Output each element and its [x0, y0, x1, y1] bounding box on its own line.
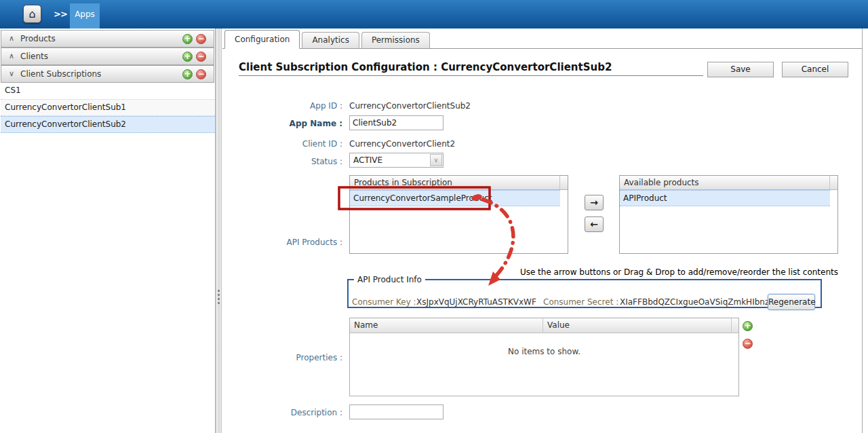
sidebar-section-label: Clients — [20, 48, 48, 64]
consumer-secret-label: Consumer Secret : — [543, 297, 618, 307]
properties-label: Properties : — [222, 353, 342, 362]
remove-product-button[interactable]: − — [196, 34, 206, 44]
remove-client-button[interactable]: − — [196, 52, 206, 62]
breadcrumb-separator-icon: >> — [54, 9, 67, 19]
regenerate-button[interactable]: Regenerate — [768, 294, 815, 310]
client-id-value: CurrencyConvertorClient2 — [349, 139, 455, 149]
top-navigation-bar: ⌂ >> Apps — [0, 0, 868, 29]
chevron-up-icon: ∧ — [7, 31, 16, 47]
sidebar-section-clients[interactable]: ∧ Clients + − — [1, 48, 214, 65]
description-field[interactable] — [349, 404, 443, 419]
main-panel: Configuration Analytics Permissions Clie… — [222, 29, 863, 433]
listbox-scroll-column — [829, 176, 830, 190]
chevron-down-icon: ∨ — [7, 66, 16, 82]
status-label: Status : — [222, 157, 342, 166]
move-left-button[interactable]: ← — [585, 216, 604, 232]
sidebar-section-label: Products — [20, 31, 56, 47]
properties-table-header: Name Value — [350, 318, 738, 333]
add-client-subscription-button[interactable]: + — [182, 69, 193, 79]
dropdown-arrow-icon[interactable]: ∨ — [430, 154, 442, 166]
app-name-label: App Name : — [222, 119, 342, 128]
app-id-label: App ID : — [222, 101, 342, 111]
list-item-selected[interactable]: CurrencyConvertorClientSub2 — [1, 116, 215, 133]
properties-table: Name Value No items to show. — [349, 318, 739, 396]
panel-splitter[interactable] — [216, 29, 222, 433]
title-divider — [239, 75, 703, 76]
listbox-header: Products in Subscription — [350, 176, 568, 190]
sidebar-section-products[interactable]: ∧ Products + − — [1, 30, 214, 48]
move-right-button[interactable]: → — [585, 195, 604, 210]
listbox-scroll-column — [559, 176, 560, 190]
consumer-key-value: XsJpxVqUjXCRyRTuASTKVxWF — [416, 297, 536, 307]
sidebar-section-label: Client Subscriptions — [20, 66, 101, 82]
list-item-selected[interactable]: CurrencyConvertorSampleProduct — [350, 190, 560, 206]
available-products-listbox: Available products APIProduct — [619, 175, 838, 254]
client-id-label: Client ID : — [222, 139, 342, 149]
app-name-field[interactable] — [349, 115, 443, 130]
list-item[interactable]: CurrencyConvertorClientSub1 — [1, 99, 215, 116]
status-dropdown-value: ACTIVE — [353, 155, 382, 165]
sidebar-section-client-subscriptions[interactable]: ∨ Client Subscriptions + − — [1, 65, 214, 83]
topbar-tab-apps[interactable]: Apps — [70, 3, 100, 29]
add-client-button[interactable]: + — [182, 52, 193, 62]
api-product-info-fieldset: API Product Info Consumer Key : XsJpxVqU… — [347, 275, 822, 308]
list-item[interactable]: CS1 — [1, 83, 215, 100]
save-button[interactable]: Save — [707, 62, 774, 77]
empty-table-message: No items to show. — [350, 347, 738, 356]
remove-property-button[interactable]: − — [743, 339, 753, 349]
cancel-button[interactable]: Cancel — [782, 62, 848, 77]
remove-client-subscription-button[interactable]: − — [196, 69, 206, 79]
column-header-value[interactable]: Value — [543, 318, 732, 333]
tab-analytics[interactable]: Analytics — [302, 32, 359, 48]
list-item-selected[interactable]: APIProduct — [620, 190, 830, 206]
home-button[interactable]: ⌂ — [23, 5, 41, 23]
listbox-header: Available products — [620, 176, 837, 190]
status-dropdown[interactable]: ACTIVE ∨ — [349, 153, 443, 168]
api-product-info-legend: API Product Info — [354, 275, 425, 284]
splitter-grip-icon — [218, 290, 220, 306]
page-title: Client Subscription Configuration : Curr… — [239, 61, 612, 73]
description-label: Description : — [222, 408, 342, 417]
tab-configuration[interactable]: Configuration — [224, 30, 300, 49]
api-products-label: API Products : — [222, 238, 342, 247]
add-property-button[interactable]: + — [743, 321, 753, 331]
consumer-key-label: Consumer Key : — [352, 297, 416, 307]
tab-bar: Configuration Analytics Permissions — [222, 30, 862, 49]
column-header-name[interactable]: Name — [350, 318, 543, 333]
app-id-value: CurrencyConvertorClientSub2 — [349, 101, 471, 111]
tab-permissions[interactable]: Permissions — [361, 32, 430, 48]
add-product-button[interactable]: + — [182, 34, 193, 44]
home-icon: ⌂ — [28, 7, 35, 20]
chevron-up-icon: ∧ — [7, 48, 16, 64]
products-in-subscription-listbox: Products in Subscription CurrencyConvert… — [349, 175, 568, 254]
sidebar: ∧ Products + − ∧ Clients + − ∨ Client Su… — [0, 29, 216, 433]
